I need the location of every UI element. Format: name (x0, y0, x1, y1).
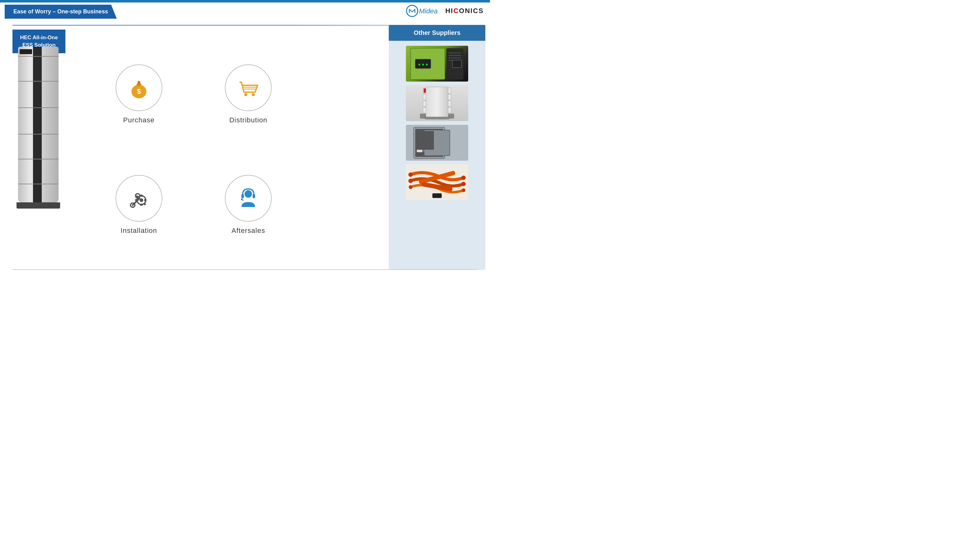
aftersales-label: Aftersales (231, 227, 265, 235)
installation-circle (116, 175, 162, 222)
page-title: Ease of Worry – One-step Business (13, 8, 108, 14)
svg-point-55 (461, 176, 466, 180)
purchase-label: Purchase (123, 116, 154, 124)
svg-text:Midea: Midea (419, 7, 438, 15)
svg-point-52 (408, 173, 413, 177)
service-aftersales: Aftersales (197, 152, 300, 257)
svg-rect-58 (433, 193, 442, 198)
hiconics-logo-text: HICONICS (445, 7, 484, 15)
aftersales-icon (236, 186, 261, 211)
purchase-icon: $ (126, 75, 151, 100)
midea-logo-icon: Midea (405, 3, 443, 19)
inverter-svg: ◼ ◼ ◼ (407, 47, 467, 81)
title-banner: Ease of Worry – One-step Business (5, 5, 117, 19)
svg-rect-16 (144, 199, 146, 202)
battery-svg (407, 86, 467, 121)
service-distribution: Distribution (197, 42, 300, 146)
installation-icon (126, 186, 151, 211)
svg-point-21 (245, 190, 252, 198)
divider-bottom (13, 269, 477, 270)
svg-rect-23 (253, 194, 255, 198)
svg-rect-46 (424, 143, 429, 152)
svg-text:◼ ◼ ◼: ◼ ◼ ◼ (418, 63, 428, 66)
svg-rect-34 (423, 94, 451, 100)
aftersales-circle (225, 175, 272, 222)
svg-point-53 (408, 179, 413, 183)
header-bar (0, 0, 490, 3)
hec-label-line1: HEC All-in-One (20, 35, 57, 40)
svg-rect-5 (138, 81, 140, 84)
supplier-image-battery (406, 85, 468, 121)
svg-rect-47 (431, 130, 441, 156)
supplier-image-inverter: ◼ ◼ ◼ (406, 46, 468, 81)
svg-rect-33 (423, 88, 451, 94)
svg-point-9 (244, 93, 247, 96)
svg-rect-45 (417, 143, 422, 152)
svg-rect-43 (417, 131, 422, 141)
svg-point-10 (252, 93, 255, 96)
suppliers-header: Other Suppliers (389, 25, 485, 41)
distribution-icon (236, 75, 261, 100)
svg-rect-35 (423, 101, 451, 106)
suppliers-panel: Other Suppliers ◼ ◼ ◼ (389, 25, 485, 270)
service-purchase: $ Purchase (87, 42, 191, 146)
supplier-image-cables (406, 164, 468, 200)
supplier-image-box (406, 125, 468, 160)
svg-point-0 (407, 5, 418, 16)
svg-rect-51 (446, 132, 449, 154)
services-grid: $ Purchase Distribution (75, 33, 312, 266)
svg-rect-39 (425, 116, 429, 119)
box-svg (407, 126, 467, 160)
distribution-circle (225, 64, 272, 111)
svg-point-56 (461, 182, 466, 186)
svg-text:$: $ (137, 87, 141, 95)
svg-point-12 (140, 198, 143, 202)
svg-point-57 (461, 188, 465, 192)
svg-rect-42 (415, 129, 443, 157)
ess-device-image (14, 47, 62, 221)
installation-label: Installation (121, 227, 157, 235)
svg-rect-13 (140, 195, 143, 197)
svg-rect-14 (140, 203, 143, 206)
cables-svg (407, 165, 467, 200)
suppliers-images: ◼ ◼ ◼ (401, 41, 473, 265)
logo-area: Midea HICONICS (405, 3, 484, 19)
svg-rect-36 (423, 107, 451, 113)
svg-rect-37 (424, 88, 430, 93)
purchase-circle: $ (116, 64, 162, 111)
distribution-label: Distribution (229, 116, 267, 124)
svg-rect-44 (424, 131, 429, 141)
svg-rect-40 (445, 116, 450, 119)
service-installation: Installation (87, 152, 191, 257)
svg-point-54 (409, 185, 412, 189)
suppliers-title: Other Suppliers (414, 29, 460, 36)
